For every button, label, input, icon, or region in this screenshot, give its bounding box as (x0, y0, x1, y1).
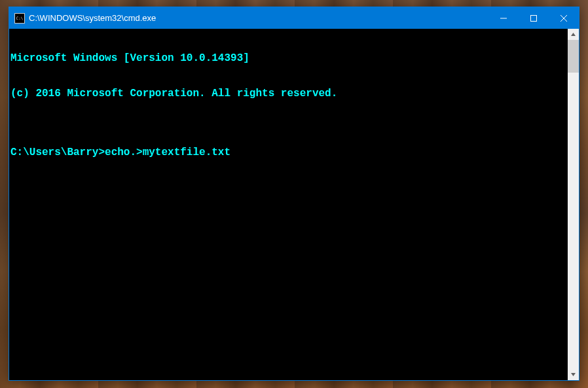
svg-marker-5 (571, 373, 576, 376)
minimize-button[interactable] (488, 7, 519, 29)
scroll-track[interactable] (568, 40, 579, 369)
console-content[interactable]: Microsoft Windows [Version 10.0.14393] (… (9, 29, 568, 380)
app-icon (14, 13, 25, 24)
cmd-window: C:\WINDOWS\system32\cmd.exe Microsoft Wi… (9, 7, 579, 381)
console-line: (c) 2016 Microsoft Corporation. All righ… (10, 88, 566, 99)
scroll-up-button[interactable] (568, 29, 579, 40)
vertical-scrollbar (568, 29, 579, 380)
console-body: Microsoft Windows [Version 10.0.14393] (… (9, 29, 579, 380)
scroll-down-button[interactable] (568, 369, 579, 380)
window-title: C:\WINDOWS\system32\cmd.exe (29, 13, 488, 23)
svg-rect-1 (531, 15, 537, 21)
close-button[interactable] (549, 7, 579, 29)
scroll-thumb[interactable] (568, 40, 579, 73)
svg-marker-4 (571, 33, 576, 36)
titlebar[interactable]: C:\WINDOWS\system32\cmd.exe (9, 7, 579, 29)
console-line: C:\Users\Barry>echo.>mytextfile.txt (10, 147, 566, 158)
console-line: Microsoft Windows [Version 10.0.14393] (10, 52, 566, 64)
window-controls (488, 7, 579, 29)
maximize-button[interactable] (519, 7, 549, 29)
